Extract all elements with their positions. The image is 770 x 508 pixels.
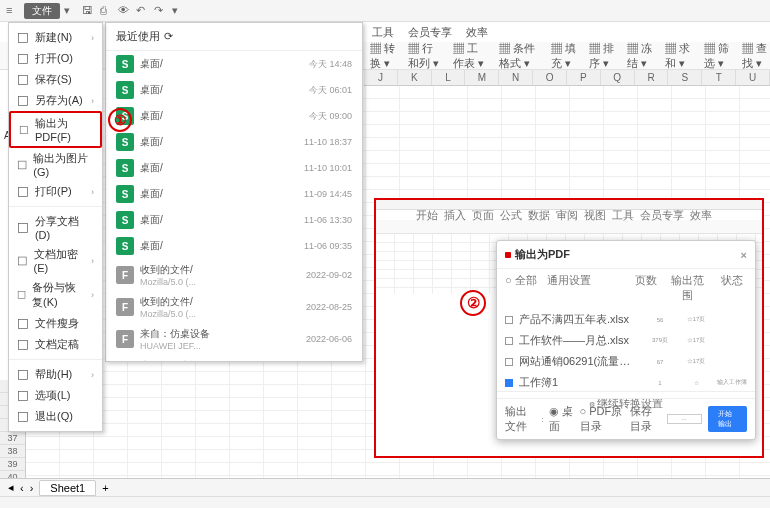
dialog-file-row[interactable]: 工作簿11☆输入工作簿 [505, 372, 747, 393]
ribbon-sheet[interactable]: ▦ 工作表 ▾ [453, 41, 488, 71]
menu-icon[interactable]: ≡ [6, 4, 20, 18]
sheet-tab[interactable]: Sheet1 [39, 480, 96, 496]
filemenu-退出(Q)[interactable]: 退出(Q) [9, 406, 102, 427]
col-T[interactable]: T [702, 70, 736, 85]
preview-icon[interactable]: 👁 [118, 4, 132, 18]
svg-rect-3 [19, 96, 28, 105]
filemenu-输出为PDF(F)[interactable]: 输出为PDF(F) [9, 111, 102, 148]
add-sheet-button[interactable]: + [102, 482, 108, 494]
filemenu-分享文档(D)[interactable]: 分享文档(D) [9, 211, 102, 244]
radio-desktop[interactable]: ◉ 桌面 [549, 404, 573, 434]
menu-工具[interactable]: 工具 [372, 25, 394, 40]
ribbon-filter[interactable]: ▦ 筛选 ▾ [704, 41, 732, 71]
ribbon-fill[interactable]: ▦ 填充 ▾ [551, 41, 579, 71]
undo-icon[interactable]: ↶ [136, 4, 150, 18]
close-icon[interactable]: × [741, 249, 747, 261]
redo-icon[interactable]: ↷ [154, 4, 168, 18]
recent-item[interactable]: S桌面/今天 14:48 [106, 51, 362, 77]
svg-rect-5 [18, 161, 26, 169]
nav-prev-icon[interactable]: ‹ [20, 482, 24, 494]
ribbon-cond[interactable]: ▦ 条件格式 ▾ [499, 41, 541, 71]
tab-all[interactable]: ○ 全部 [505, 273, 537, 303]
recent-item[interactable]: F收到的文件/Mozilla/5.0 (...2022-08-25 [106, 291, 362, 323]
dialog-file-row[interactable]: 产品不满四五年表.xlsx56☆17页 [505, 309, 747, 330]
more-icon[interactable]: ▾ [172, 4, 186, 18]
svg-rect-4 [20, 126, 27, 133]
refresh-icon[interactable]: ⟳ [164, 30, 173, 43]
filemenu-输出为图片(G)[interactable]: 输出为图片(G) [9, 148, 102, 181]
svg-rect-11 [19, 340, 28, 349]
col-J[interactable]: J [364, 70, 398, 85]
radio-samedir[interactable]: ○ PDF原目录 [580, 404, 625, 434]
row-39[interactable]: 39 [0, 458, 25, 471]
dialog-title-icon [505, 252, 511, 258]
recent-item[interactable]: S桌面/11-06 13:30 [106, 207, 362, 233]
col-header-pages: 页数 [635, 273, 657, 303]
col-K[interactable]: K [398, 70, 432, 85]
dropdown-icon[interactable]: ▾ [64, 4, 78, 18]
title-bar: ≡ 文件 ▾ 🖫 ⎙ 👁 ↶ ↷ ▾ [0, 0, 770, 22]
ribbon-freeze[interactable]: ▦ 冻结 ▾ [627, 41, 655, 71]
svg-rect-9 [18, 292, 25, 299]
row-37[interactable]: 37 [0, 432, 25, 445]
status-bar [0, 496, 770, 508]
path-input[interactable]: ··· [667, 414, 702, 424]
filemenu-打印(P)[interactable]: 打印(P)› [9, 181, 102, 202]
recent-item[interactable]: S桌面/11-10 10:01 [106, 155, 362, 181]
filemenu-另存为(A)[interactable]: 另存为(A)› [9, 90, 102, 111]
filemenu-新建(N)[interactable]: 新建(N)› [9, 27, 102, 48]
recent-item[interactable]: F来自：仿桌设备HUAWEI JEF...2022-06-01 [106, 355, 362, 362]
filemenu-选项(L)[interactable]: 选项(L) [9, 385, 102, 406]
col-header-status: 状态 [717, 273, 747, 303]
ribbon-sum[interactable]: ▦ 求和 ▾ [665, 41, 693, 71]
recent-files-panel: 最近使用 ⟳ S桌面/今天 14:48S桌面/今天 06:01S桌面/今天 09… [105, 22, 363, 362]
recent-item[interactable]: S桌面/今天 09:00 [106, 103, 362, 129]
nav-next-icon[interactable]: › [30, 482, 34, 494]
recent-item[interactable]: S桌面/11-06 09:35 [106, 233, 362, 259]
svg-rect-0 [19, 33, 28, 42]
svg-rect-10 [19, 319, 28, 328]
filemenu-打开(O)[interactable]: 打开(O) [9, 48, 102, 69]
col-P[interactable]: P [567, 70, 601, 85]
ribbon-sort[interactable]: ▦ 排序 ▾ [589, 41, 617, 71]
recent-item[interactable]: F收到的文件/Mozilla/5.0 (...2022-09-02 [106, 259, 362, 291]
col-R[interactable]: R [635, 70, 669, 85]
inset-menubar: 开始插入页面公式数据审阅视图工具会员专享效率 [376, 210, 762, 220]
menu-会员专享[interactable]: 会员专享 [408, 25, 452, 40]
recent-item[interactable]: F来自：仿桌设备HUAWEI JEF...2022-06-06 [106, 323, 362, 355]
file-menu: 新建(N)›打开(O)保存(S)另存为(A)›输出为PDF(F)输出为图片(G)… [8, 22, 103, 432]
filemenu-保存(S)[interactable]: 保存(S) [9, 69, 102, 90]
filemenu-帮助(H)[interactable]: 帮助(H)› [9, 364, 102, 385]
col-S[interactable]: S [668, 70, 702, 85]
nav-first-icon[interactable]: ◂ [8, 481, 14, 494]
recent-item[interactable]: S桌面/今天 06:01 [106, 77, 362, 103]
svg-rect-13 [19, 391, 28, 400]
col-Q[interactable]: Q [601, 70, 635, 85]
print-icon[interactable]: ⎙ [100, 4, 114, 18]
column-headers: JKLMNOPQRSTU [364, 70, 770, 86]
dialog-file-row[interactable]: 工作软件——月总.xlsx379页☆17页 [505, 330, 747, 351]
tab-settings[interactable]: 通用设置 [547, 273, 591, 303]
recent-header: 最近使用 ⟳ [106, 23, 362, 51]
filemenu-文件瘦身[interactable]: 文件瘦身 [9, 313, 102, 334]
col-U[interactable]: U [736, 70, 770, 85]
recent-item[interactable]: S桌面/11-09 14:45 [106, 181, 362, 207]
save-icon[interactable]: 🖫 [82, 4, 96, 18]
filemenu-备份与恢复(K)[interactable]: 备份与恢复(K)› [9, 277, 102, 313]
ribbon-find[interactable]: ▦ 查找 ▾ [742, 41, 770, 71]
col-N[interactable]: N [499, 70, 533, 85]
ribbon-rows[interactable]: ▦ 行和列 ▾ [408, 41, 443, 71]
ribbon-swap[interactable]: ▦ 转换 ▾ [370, 41, 398, 71]
menu-效率[interactable]: 效率 [466, 25, 488, 40]
col-L[interactable]: L [432, 70, 466, 85]
col-M[interactable]: M [465, 70, 499, 85]
filemenu-文档加密(E)[interactable]: 文档加密(E)› [9, 244, 102, 277]
recent-item[interactable]: S桌面/11-10 18:37 [106, 129, 362, 155]
filemenu-文档定稿[interactable]: 文档定稿 [9, 334, 102, 355]
file-button[interactable]: 文件 [24, 3, 60, 19]
start-export-button[interactable]: 开始输出 [708, 406, 747, 432]
col-O[interactable]: O [533, 70, 567, 85]
dialog-file-row[interactable]: 网站通销06291(流量五套餐).xlsx67☆17页 [505, 351, 747, 372]
row-38[interactable]: 38 [0, 445, 25, 458]
dialog-title: 输出为PDF × [497, 241, 755, 269]
